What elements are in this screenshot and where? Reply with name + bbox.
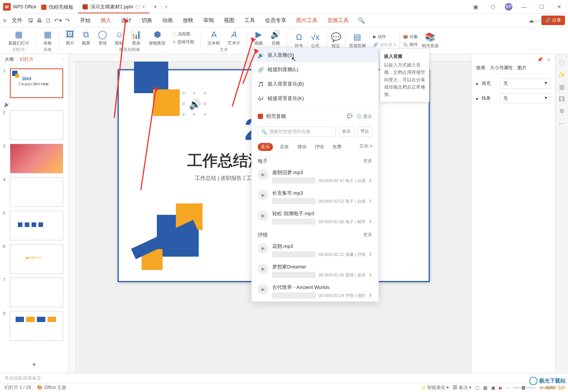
track-item[interactable]: ▶ 花朝.mp300:00/0:02:11 温馨 | 抒情⬇ (252, 240, 378, 260)
track-item[interactable]: ▶ 轻松 国潮电子.mp300:00/0:01:06 电子 | 钢琴⬇ (252, 207, 378, 228)
menu-member[interactable]: 会员专享 (260, 15, 291, 26)
tab-document[interactable]: P 演示文稿素材2.pptx ▢ ▾ (78, 0, 150, 13)
slides-tab[interactable]: 幻灯片 (20, 56, 34, 63)
close-button[interactable]: ✕ (554, 4, 565, 10)
cube-icon[interactable]: ⬡ (487, 4, 499, 10)
stage-view-icon[interactable]: ▣ (470, 4, 481, 10)
comment-button[interactable]: 💬批注 (329, 32, 343, 49)
more-shuqing[interactable]: 更多 (363, 232, 372, 238)
track-download-icon[interactable]: ⬇ (369, 272, 372, 278)
new-slide-button[interactable]: ▦新建幻灯片 (6, 29, 32, 47)
menu-review[interactable]: 审阅 (199, 15, 219, 26)
slide-thumb-4[interactable]: 4 (3, 177, 65, 207)
rt-settings-icon[interactable]: ⚙ (559, 108, 564, 114)
menu-animation[interactable]: 动画 (158, 15, 177, 26)
track-download-icon[interactable]: ⬇ (369, 178, 372, 183)
collapse-panel-icon[interactable]: ‹ (62, 56, 64, 63)
undo-icon[interactable]: ↶▾ (54, 17, 62, 24)
rp-line-toggle[interactable]: ▸ (476, 96, 479, 101)
equation-button[interactable]: √x公式 (308, 32, 322, 49)
audio-search-input[interactable]: 🔍搜索您想使用的音频 (258, 127, 336, 137)
redo-icon[interactable]: ↷ (65, 17, 70, 24)
save-icon[interactable]: 🖫 (28, 17, 34, 24)
status-view-normal[interactable]: ▢ (475, 385, 479, 390)
status-beautify[interactable]: ✨ 智能美化 ▾ (420, 384, 449, 391)
cat-more[interactable]: 其他 ≡ (359, 143, 372, 151)
audio-object[interactable]: 🔊 (183, 93, 205, 114)
dd-link-bgm[interactable]: 🎶链接背景音乐(K) (252, 91, 378, 106)
tab-overflow-icon[interactable]: ▾ (162, 4, 171, 10)
more-dianzi[interactable]: 更多 (363, 158, 372, 165)
slide-thumb-1[interactable]: 120XX工作总结汇报PPT模板 (3, 68, 65, 98)
slide-thumb-7[interactable]: 7 (3, 278, 65, 307)
attachment-button[interactable]: 📎 附件 (401, 41, 420, 48)
menu-picture-tools[interactable]: 图片工具 (292, 15, 322, 26)
tab-pin-icon[interactable]: ▢ (136, 4, 140, 10)
track-download-icon[interactable]: ⬇ (369, 198, 372, 204)
rt-more-icon[interactable]: ⋯ (559, 120, 565, 127)
play-button[interactable]: ▶ (258, 284, 268, 295)
add-tab-button[interactable]: + (150, 1, 161, 13)
play-button[interactable]: ▶ (258, 243, 268, 254)
menu-view[interactable]: 视图 (219, 15, 239, 26)
picture-button[interactable]: 🖼图片 (64, 29, 77, 47)
avatar-icon[interactable]: WP (505, 3, 512, 11)
smartart-button[interactable]: ⬢智能图形 (147, 29, 168, 47)
slide-thumb-5[interactable]: 5 (3, 211, 65, 240)
outline-tab[interactable]: 大纲 (5, 56, 14, 63)
action-button[interactable]: ▶ 动作 (372, 33, 398, 40)
cat-sfx[interactable]: 音效 (278, 143, 290, 151)
close-panel-icon[interactable]: ✕ (547, 57, 550, 62)
notes-area[interactable]: 单击此处添加备注 (0, 373, 568, 383)
rt-style-icon[interactable]: ✨ (558, 71, 565, 78)
more-icon[interactable]: ⋯ (535, 17, 541, 24)
rp-fill-toggle[interactable]: ▸ (476, 81, 479, 86)
header-footer-button[interactable]: ▤页眉页脚 (347, 32, 368, 49)
search-icon[interactable]: 🔍 (358, 17, 365, 24)
rt-animation-icon[interactable]: 🎞 (559, 96, 565, 102)
textbox-button[interactable]: A文本框 (205, 29, 222, 47)
track-download-icon[interactable]: ⬇ (369, 219, 372, 224)
hamburger-icon[interactable]: ≡ (3, 17, 6, 24)
play-button[interactable]: ▶ (258, 210, 268, 221)
menu-slideshow[interactable]: 放映 (178, 15, 198, 26)
screenshot-button[interactable]: ⧉截屏 (80, 29, 93, 47)
track-download-icon[interactable]: ⬇ (369, 252, 372, 257)
status-view-sorter[interactable]: ▦ (483, 385, 487, 390)
hyperlink-button[interactable]: 🔗 超链接 ▾ (372, 41, 398, 48)
rp-line-select[interactable]: 无▾ (500, 93, 550, 103)
rp-fill-select[interactable]: 无▾ (500, 78, 550, 89)
add-slide-button[interactable]: + (0, 357, 68, 373)
rp-tab-effect[interactable]: 效果 (476, 65, 485, 71)
file-menu[interactable]: 文件 (7, 15, 27, 26)
share-button[interactable]: 🔗 分享 (541, 16, 565, 25)
track-download-icon[interactable]: ⬇ (369, 293, 372, 298)
play-button[interactable]: ▶ (258, 190, 268, 200)
zoom-out[interactable]: − (506, 385, 509, 390)
rt-select-icon[interactable]: ⬚ (559, 59, 565, 66)
symbol-button[interactable]: Ω符号 (292, 32, 305, 49)
minimize-button[interactable]: — (519, 4, 530, 10)
shape-button[interactable]: ◯形状 (96, 29, 110, 47)
cat-lyrical[interactable]: 抒情 (313, 143, 325, 151)
chat-icon[interactable]: 💬 (347, 113, 353, 120)
resource-button[interactable]: 📚稻壳资源 (420, 32, 441, 49)
tab-template[interactable]: 找稻壳模板 (37, 1, 78, 13)
mindmap-button[interactable]: ⊹ 思维导图 (171, 38, 196, 46)
cat-rhythm[interactable]: 律动 (296, 143, 308, 151)
rp-tab-picture[interactable]: 图片 (517, 65, 527, 71)
dd-link-audio[interactable]: 🔗链接到音频(L) (252, 62, 378, 77)
table-button[interactable]: ▦表格 (41, 29, 54, 47)
rp-tab-size[interactable]: 大小与属性 (490, 65, 513, 71)
flowchart-button[interactable]: ⬚ 流程图 (171, 30, 196, 38)
play-button[interactable]: ▶ (258, 169, 268, 180)
slide-thumb-6[interactable]: 6◆PART 01 (3, 244, 65, 274)
slide-thumb-8[interactable]: 8 (3, 311, 65, 341)
slide-thumb-2[interactable]: 2 (3, 110, 65, 140)
cloud-sync-icon[interactable]: ☁ (528, 17, 534, 24)
track-item[interactable]: ▶ 梦想家Dreamer00:00/0:01:56 爱情 | 滚滚⬇ (252, 260, 378, 281)
print-preview-icon[interactable]: 🗋 (45, 17, 51, 24)
track-item[interactable]: ▶ 唐朝旧梦.mp300:00/0:02:37 电子 | 动感⬇ (252, 166, 378, 187)
cat-music[interactable]: 音乐 (258, 143, 273, 151)
menu-tools[interactable]: 工具 (240, 15, 260, 26)
